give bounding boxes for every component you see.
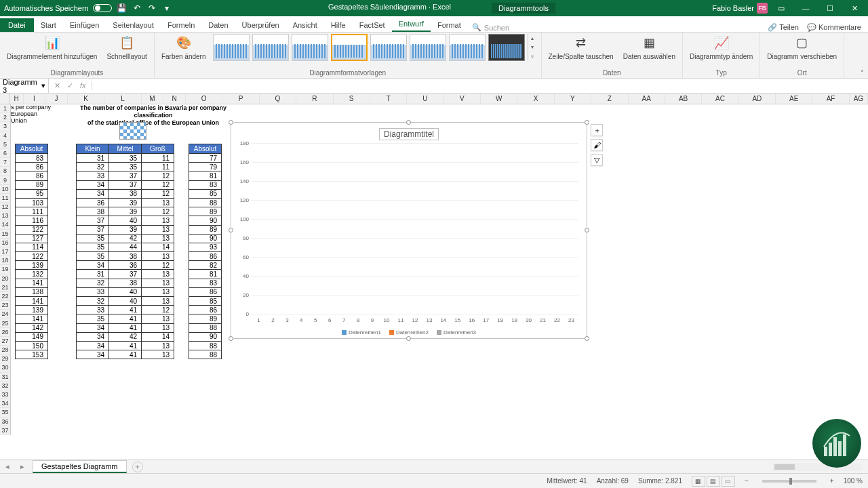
switch-icon[interactable] <box>93 4 112 12</box>
add-chart-element-button[interactable]: 📊Diagrammelement hinzufügen <box>4 34 100 62</box>
chart-legend[interactable]: Datenreihen1 Datenreihen2 Datenreihen3 <box>231 329 587 336</box>
zoom-in-icon[interactable]: + <box>830 477 834 485</box>
cell[interactable]: 41 <box>109 306 142 314</box>
col-header[interactable]: P <box>222 94 259 104</box>
view-buttons[interactable]: ▦▤▭ <box>692 476 735 487</box>
row-header[interactable]: 25 <box>0 319 11 328</box>
cell[interactable]: 39 <box>109 198 142 207</box>
col-header[interactable]: R <box>296 94 333 104</box>
style-thumb[interactable] <box>449 34 486 61</box>
chart-elements-button[interactable]: ＋ <box>591 124 603 136</box>
cell[interactable]: 83 <box>189 279 222 287</box>
tab-daten[interactable]: Daten <box>201 18 235 32</box>
cell[interactable]: 153 <box>16 350 48 359</box>
cell[interactable]: 13 <box>142 234 174 243</box>
row-header[interactable]: 28 <box>0 346 11 354</box>
cell[interactable]: 34 <box>77 350 109 359</box>
cell[interactable]: 40 <box>109 287 142 296</box>
cell[interactable]: 13 <box>142 270 174 279</box>
cell[interactable]: 122 <box>16 225 48 234</box>
cell[interactable]: 42 <box>109 332 142 341</box>
tab-einfugen[interactable]: Einfügen <box>63 18 106 32</box>
style-thumb[interactable] <box>331 34 368 61</box>
chevron-down-icon[interactable]: ▾ <box>41 81 45 90</box>
col-header[interactable]: S <box>334 94 370 104</box>
cell[interactable]: 12 <box>142 189 174 198</box>
cell[interactable]: 141 <box>16 314 48 323</box>
cell[interactable]: 41 <box>109 314 142 323</box>
normal-view-icon[interactable]: ▦ <box>692 476 705 487</box>
maximize-icon[interactable]: ☐ <box>819 0 841 16</box>
cell[interactable]: 111 <box>16 207 48 216</box>
sheet-nav-next[interactable]: ▸ <box>15 462 30 471</box>
user-name[interactable]: Fabio Basler <box>712 4 754 12</box>
cell[interactable]: 89 <box>16 180 48 189</box>
cancel-formula-icon[interactable]: ✕ <box>54 81 60 90</box>
search-box[interactable]: 🔍Suchen <box>472 23 509 32</box>
sheet-tab[interactable]: Gestapeltes Diagramm <box>33 460 127 473</box>
cell[interactable]: 149 <box>16 332 48 341</box>
style-thumb[interactable] <box>488 34 525 61</box>
row-header[interactable]: 5 <box>0 140 11 149</box>
row-header[interactable]: 24 <box>0 310 11 319</box>
col-header[interactable]: AA <box>629 94 665 104</box>
cell[interactable]: 86 <box>189 252 222 261</box>
chart-title[interactable]: Diagrammtitel <box>379 128 439 140</box>
row-header[interactable]: 2 <box>0 113 11 122</box>
cell[interactable]: 141 <box>16 279 48 287</box>
cell[interactable]: 122 <box>16 252 48 261</box>
autosave-toggle[interactable]: Automatisches Speichern <box>4 4 112 12</box>
resize-handle[interactable] <box>229 336 233 341</box>
row-header[interactable]: 15 <box>0 230 11 239</box>
cell[interactable]: 13 <box>142 225 174 234</box>
cell[interactable]: 90 <box>189 216 222 225</box>
cell[interactable]: 77 <box>189 154 222 163</box>
row-headers[interactable]: 1234567891011121314151617181920212223242… <box>0 104 11 435</box>
gallery-more-button[interactable]: ▴▾▿ <box>528 34 537 61</box>
user-badge[interactable]: FB <box>757 3 768 14</box>
cell[interactable]: 95 <box>16 189 48 198</box>
style-thumb[interactable] <box>370 34 407 61</box>
cell[interactable]: 14 <box>142 243 174 251</box>
style-thumb[interactable] <box>410 34 446 61</box>
cell[interactable]: 86 <box>16 171 48 180</box>
row-header[interactable]: 17 <box>0 247 11 256</box>
column-headers[interactable]: HIJKLMNOPQRSTUVWXYZAAABACADAEAFAG <box>0 94 868 104</box>
cell[interactable]: 86 <box>16 163 48 171</box>
cell[interactable]: 85 <box>189 297 222 306</box>
cell[interactable]: 88 <box>189 323 222 332</box>
cell[interactable]: 13 <box>142 287 174 296</box>
cell[interactable]: 81 <box>189 270 222 279</box>
cell[interactable]: 33 <box>77 287 109 296</box>
resize-handle[interactable] <box>229 120 233 125</box>
fx-icon[interactable]: fx <box>80 81 86 90</box>
cell[interactable]: 38 <box>77 207 109 216</box>
col-header[interactable]: L <box>104 94 141 104</box>
cell[interactable]: 13 <box>142 297 174 306</box>
cell[interactable]: 103 <box>16 198 48 207</box>
cell[interactable]: 31 <box>77 270 109 279</box>
close-icon[interactable]: ✕ <box>844 0 865 16</box>
style-thumb[interactable] <box>292 34 328 61</box>
cell[interactable]: 132 <box>16 270 48 279</box>
cell[interactable]: 138 <box>16 287 48 296</box>
cell[interactable]: 11 <box>142 154 174 163</box>
cell[interactable]: 39 <box>109 225 142 234</box>
cell[interactable]: 150 <box>16 341 48 350</box>
chart-style-gallery[interactable]: ▴▾▿ <box>213 34 537 61</box>
comments-button[interactable]: 💬 Kommentare <box>807 23 861 32</box>
tab-hilfe[interactable]: Hilfe <box>324 18 353 32</box>
cell[interactable]: 82 <box>189 261 222 270</box>
tab-start[interactable]: Start <box>34 18 63 32</box>
row-header[interactable]: 23 <box>0 301 11 310</box>
cell[interactable]: 34 <box>77 323 109 332</box>
row-header[interactable]: 18 <box>0 256 11 265</box>
quick-layout-button[interactable]: 📋Schnelllayout <box>104 34 149 62</box>
cell[interactable]: 40 <box>109 216 142 225</box>
col-header[interactable]: AB <box>665 94 702 104</box>
enter-formula-icon[interactable]: ✓ <box>67 81 73 90</box>
redo-icon[interactable]: ↷ <box>147 3 157 13</box>
resize-handle[interactable] <box>585 336 589 341</box>
cell[interactable]: 34 <box>77 332 109 341</box>
cell[interactable]: 35 <box>77 314 109 323</box>
